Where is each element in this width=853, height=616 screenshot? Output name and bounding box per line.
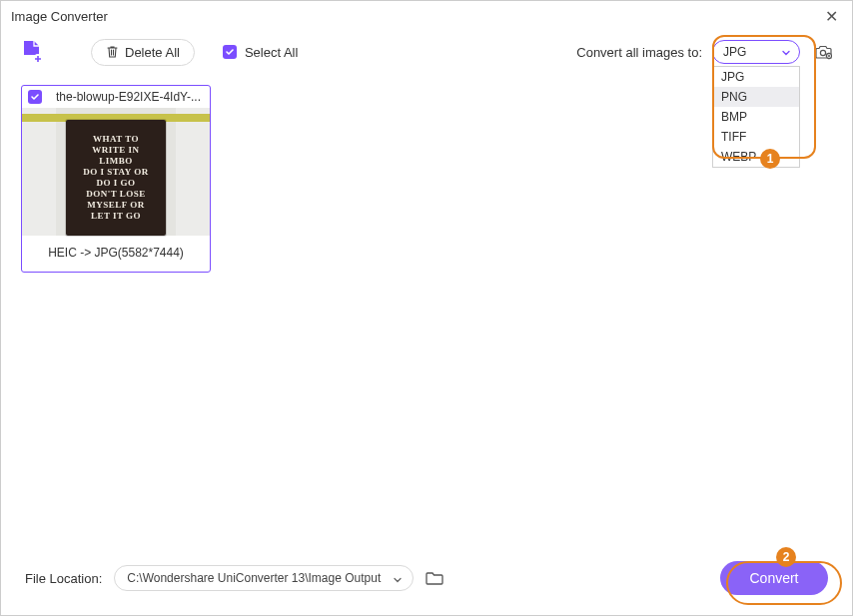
file-location-value: C:\Wondershare UniConverter 13\Image Out… (127, 571, 381, 585)
format-selected-value: JPG (723, 45, 746, 59)
convert-to-label: Convert all images to: (576, 45, 702, 60)
format-option-jpg[interactable]: JPG (713, 67, 799, 87)
format-option-webp[interactable]: WEBP (713, 147, 799, 167)
select-all-label: Select All (245, 45, 298, 60)
bottom-bar: File Location: C:\Wondershare UniConvert… (1, 545, 852, 615)
format-option-tiff[interactable]: TIFF (713, 127, 799, 147)
chevron-down-icon (781, 47, 791, 61)
chevron-down-icon (393, 574, 403, 588)
format-option-png[interactable]: PNG (713, 87, 799, 107)
open-folder-icon[interactable] (426, 570, 443, 586)
add-file-icon[interactable] (21, 40, 43, 64)
file-location-label: File Location: (25, 571, 102, 586)
format-select[interactable]: JPG (712, 40, 800, 64)
trash-icon (106, 45, 119, 59)
titlebar: Image Converter ✕ (1, 1, 852, 29)
poster-text: WHAT TO WRITE IN LIMBO DO I STAY OR DO I… (66, 120, 166, 236)
checkbox-icon (223, 45, 237, 59)
delete-all-button[interactable]: Delete All (91, 39, 195, 66)
card-filename: the-blowup-E92IXE-4IdY-... (56, 90, 201, 104)
card-conversion-info: HEIC -> JPG(5582*7444) (22, 236, 210, 272)
delete-all-label: Delete All (125, 45, 180, 60)
close-icon[interactable]: ✕ (821, 7, 842, 26)
toolbar: Delete All Select All Convert all images… (1, 29, 852, 79)
convert-button[interactable]: Convert (720, 561, 828, 595)
card-header: the-blowup-E92IXE-4IdY-... (22, 86, 210, 108)
window-title: Image Converter (11, 9, 108, 24)
image-card[interactable]: the-blowup-E92IXE-4IdY-... WHAT TO WRITE… (21, 85, 211, 273)
svg-point-1 (820, 50, 825, 55)
card-checkbox[interactable] (28, 90, 42, 104)
settings-icon[interactable] (814, 43, 832, 61)
format-option-bmp[interactable]: BMP (713, 107, 799, 127)
select-all-checkbox[interactable]: Select All (223, 45, 298, 60)
card-thumbnail: WHAT TO WRITE IN LIMBO DO I STAY OR DO I… (22, 108, 210, 236)
file-location-select[interactable]: C:\Wondershare UniConverter 13\Image Out… (114, 565, 414, 591)
format-dropdown: JPG PNG BMP TIFF WEBP (712, 66, 800, 168)
